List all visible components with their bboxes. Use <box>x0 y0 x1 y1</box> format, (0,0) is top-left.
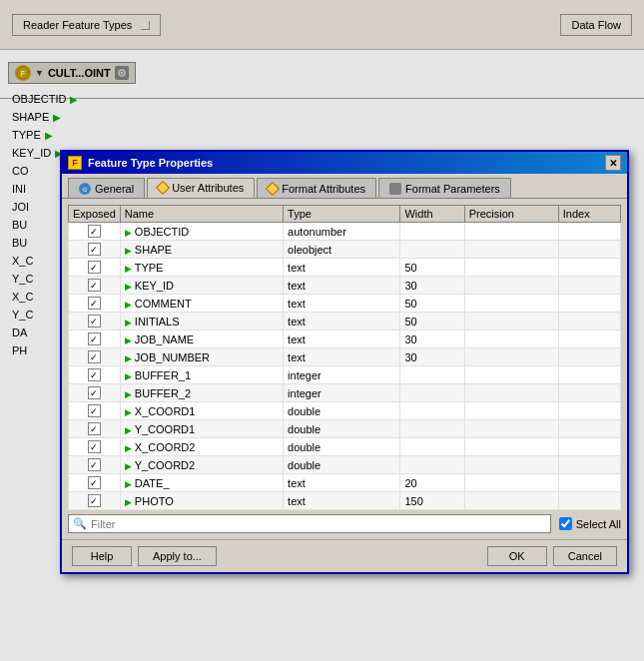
width-cell <box>400 241 464 259</box>
name-cell: ▶ Y_COORD1 <box>120 420 283 438</box>
exposed-cell <box>69 420 121 438</box>
precision-cell <box>464 223 558 241</box>
exposed-checkbox[interactable] <box>88 279 101 292</box>
width-cell: 150 <box>400 492 464 510</box>
width-cell: 50 <box>400 295 464 313</box>
name-cell: ▶ DATE_ <box>120 474 283 492</box>
select-all-checkbox[interactable] <box>559 517 572 530</box>
modal-title-icon: F <box>68 156 82 170</box>
apply-to-button[interactable]: Apply to... <box>138 546 217 566</box>
exposed-cell <box>69 474 121 492</box>
exposed-checkbox[interactable] <box>88 350 101 363</box>
table-row: ▶ SHAPEoleobject <box>69 241 621 259</box>
exposed-checkbox[interactable] <box>88 297 101 310</box>
table-row: ▶ PHOTOtext150 <box>69 492 621 510</box>
index-cell <box>558 438 620 456</box>
index-cell <box>558 348 620 366</box>
name-cell: ▶ JOB_NUMBER <box>120 348 283 366</box>
width-cell: 50 <box>400 313 464 330</box>
index-cell <box>558 223 620 241</box>
type-cell: text <box>284 330 400 348</box>
tab-user-attributes[interactable]: User Attributes <box>147 178 255 198</box>
width-cell <box>400 384 464 402</box>
name-cell: ▶ OBJECTID <box>120 223 283 241</box>
index-cell <box>558 366 620 384</box>
cancel-button[interactable]: Cancel <box>553 546 617 566</box>
exposed-checkbox[interactable] <box>88 386 101 399</box>
precision-cell <box>464 366 558 384</box>
reader-feature-button[interactable]: Reader Feature Types <box>12 14 161 36</box>
tab-general[interactable]: G General <box>68 178 145 198</box>
table-row: ▶ X_COORD1double <box>69 402 621 420</box>
exposed-checkbox[interactable] <box>88 422 101 435</box>
exposed-checkbox[interactable] <box>88 404 101 417</box>
index-cell <box>558 241 620 259</box>
precision-cell <box>464 474 558 492</box>
type-cell: text <box>284 277 400 295</box>
exposed-checkbox[interactable] <box>88 368 101 381</box>
width-cell <box>400 456 464 474</box>
format-parameters-tab-icon <box>389 183 401 195</box>
exposed-cell <box>69 330 121 348</box>
name-cell: ▶ KEY_ID <box>120 277 283 295</box>
table-row: ▶ Y_COORD2double <box>69 456 621 474</box>
name-cell: ▶ JOB_NAME <box>120 330 283 348</box>
exposed-checkbox[interactable] <box>88 494 101 507</box>
table-row: ▶ JOB_NUMBERtext30 <box>69 348 621 366</box>
general-tab-icon: G <box>79 183 91 195</box>
precision-cell <box>464 420 558 438</box>
type-cell: integer <box>284 366 400 384</box>
format-attributes-tab-icon <box>266 181 280 195</box>
exposed-cell <box>69 223 121 241</box>
tab-format-attributes[interactable]: Format Attributes <box>257 178 376 198</box>
col-exposed: Exposed <box>69 206 121 223</box>
filter-input[interactable] <box>91 518 546 530</box>
modal-close-button[interactable]: ✕ <box>605 155 621 171</box>
exposed-cell <box>69 438 121 456</box>
type-cell: text <box>284 492 400 510</box>
canvas-area: F ▼ CULT...OINT OBJECTID ▶ SHAPE ▶ TYPE … <box>0 50 644 661</box>
exposed-checkbox[interactable] <box>88 243 101 256</box>
index-cell <box>558 456 620 474</box>
width-cell <box>400 223 464 241</box>
type-cell: double <box>284 438 400 456</box>
index-cell <box>558 492 620 510</box>
width-cell: 30 <box>400 277 464 295</box>
modal-footer: Help Apply to... OK Cancel <box>62 539 627 572</box>
name-cell: ▶ X_COORD1 <box>120 402 283 420</box>
search-icon: 🔍 <box>73 517 87 530</box>
exposed-checkbox[interactable] <box>88 225 101 238</box>
index-cell <box>558 384 620 402</box>
table-row: ▶ Y_COORD1double <box>69 420 621 438</box>
index-cell <box>558 420 620 438</box>
exposed-checkbox[interactable] <box>88 315 101 328</box>
table-row: ▶ JOB_NAMEtext30 <box>69 330 621 348</box>
precision-cell <box>464 295 558 313</box>
table-row: ▶ TYPEtext50 <box>69 259 621 277</box>
name-cell: ▶ Y_COORD2 <box>120 456 283 474</box>
help-button[interactable]: Help <box>72 546 132 566</box>
index-cell <box>558 402 620 420</box>
exposed-checkbox[interactable] <box>88 476 101 489</box>
exposed-checkbox[interactable] <box>88 440 101 453</box>
modal-tabs: G General User Attributes Format Attribu… <box>62 174 627 198</box>
exposed-checkbox[interactable] <box>88 332 101 345</box>
type-cell: text <box>284 313 400 330</box>
width-cell <box>400 438 464 456</box>
exposed-checkbox[interactable] <box>88 261 101 274</box>
ok-button[interactable]: OK <box>487 546 547 566</box>
attributes-table: Exposed Name Type Width Precision Index … <box>68 205 621 510</box>
data-flow-button[interactable]: Data Flow <box>560 14 632 36</box>
type-cell: text <box>284 474 400 492</box>
precision-cell <box>464 277 558 295</box>
tab-format-parameters[interactable]: Format Parameters <box>378 178 511 198</box>
name-cell: ▶ BUFFER_2 <box>120 384 283 402</box>
col-width: Width <box>400 206 464 223</box>
tab-format-attributes-label: Format Attributes <box>282 183 365 195</box>
exposed-cell <box>69 259 121 277</box>
exposed-checkbox[interactable] <box>88 458 101 471</box>
exposed-cell <box>69 366 121 384</box>
tab-format-parameters-label: Format Parameters <box>405 183 500 195</box>
col-precision: Precision <box>464 206 558 223</box>
type-cell: text <box>284 295 400 313</box>
